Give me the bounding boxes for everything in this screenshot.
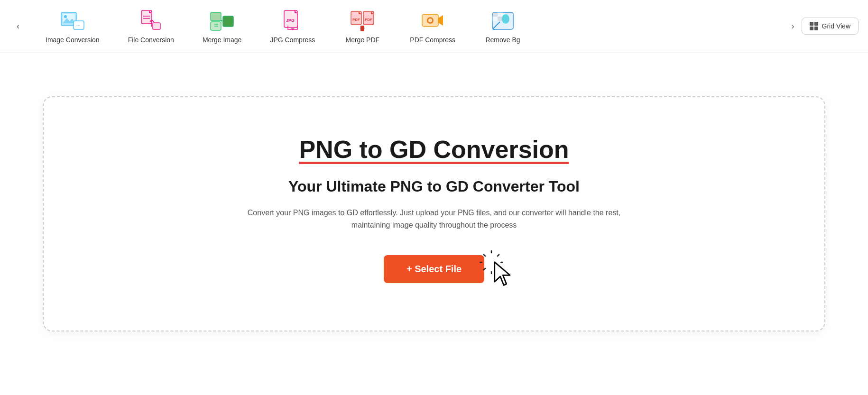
svg-point-32: [502, 14, 509, 24]
grid-view-button[interactable]: Grid View: [802, 18, 859, 35]
nav-item-jpg-compress[interactable]: JPG JPG Compress: [256, 5, 329, 47]
jpg-compress-label: JPG Compress: [270, 36, 315, 44]
file-conversion-icon: [139, 9, 163, 33]
merge-image-label: Merge Image: [203, 36, 241, 44]
nav-items-container: → Image Conversion File Conversion: [27, 5, 785, 47]
svg-line-39: [484, 255, 485, 256]
cursor-icon: [491, 260, 517, 288]
image-conversion-icon: →: [60, 9, 85, 33]
pdf-compress-label: PDF Compress: [410, 36, 455, 44]
svg-rect-10: [153, 23, 160, 29]
svg-text:PDF: PDF: [352, 18, 360, 22]
description: Convert your PNG images to GD effortless…: [230, 207, 638, 231]
select-file-button[interactable]: + Select File: [384, 255, 484, 283]
merge-pdf-label: Merge PDF: [346, 36, 380, 44]
nav-item-pdf-compress[interactable]: PDF Compress: [396, 5, 470, 47]
nav-item-merge-image[interactable]: Merge Image: [188, 5, 256, 47]
svg-marker-43: [495, 262, 510, 285]
merge-image-icon: [210, 9, 234, 33]
svg-point-26: [428, 18, 432, 22]
svg-rect-28: [492, 12, 498, 17]
nav-item-image-conversion[interactable]: → Image Conversion: [31, 5, 114, 47]
svg-line-36: [498, 255, 499, 256]
svg-line-41: [484, 268, 485, 270]
nav-next-arrow[interactable]: ›: [785, 18, 802, 35]
image-conversion-label: Image Conversion: [46, 36, 100, 44]
conversion-card: PNG to GD Conversion Your Ultimate PNG t…: [43, 96, 825, 331]
remove-bg-icon: [490, 9, 515, 33]
svg-rect-29: [498, 12, 503, 17]
main-title: PNG to GD Conversion: [299, 135, 569, 164]
nav-prev-arrow[interactable]: ‹: [9, 18, 27, 35]
jpg-compress-icon: JPG: [280, 9, 305, 33]
subtitle: Your Ultimate PNG to GD Converter Tool: [288, 178, 580, 195]
svg-rect-30: [492, 17, 498, 21]
svg-text:PDF: PDF: [365, 18, 372, 22]
svg-point-2: [64, 15, 67, 18]
merge-pdf-icon: PDF PDF: [350, 9, 375, 33]
nav-item-merge-pdf[interactable]: PDF PDF Merge PDF: [329, 5, 396, 47]
svg-text:→: →: [75, 22, 81, 28]
select-file-container: + Select File: [384, 255, 484, 283]
file-conversion-label: File Conversion: [128, 36, 174, 44]
grid-view-icon: [810, 22, 818, 30]
remove-bg-label: Remove Bg: [485, 36, 520, 44]
svg-text:JPG: JPG: [286, 18, 295, 23]
nav-item-remove-bg[interactable]: Remove Bg: [470, 5, 536, 47]
svg-rect-11: [211, 12, 221, 21]
nav-item-file-conversion[interactable]: File Conversion: [114, 5, 188, 47]
pdf-compress-icon: [420, 9, 445, 33]
svg-rect-22: [360, 26, 364, 31]
svg-marker-24: [438, 15, 443, 26]
svg-rect-13: [223, 16, 233, 27]
grid-view-label: Grid View: [822, 22, 850, 30]
top-navigation: ‹ → Image Conversion: [0, 0, 868, 53]
main-content: PNG to GD Conversion Your Ultimate PNG t…: [0, 53, 868, 375]
